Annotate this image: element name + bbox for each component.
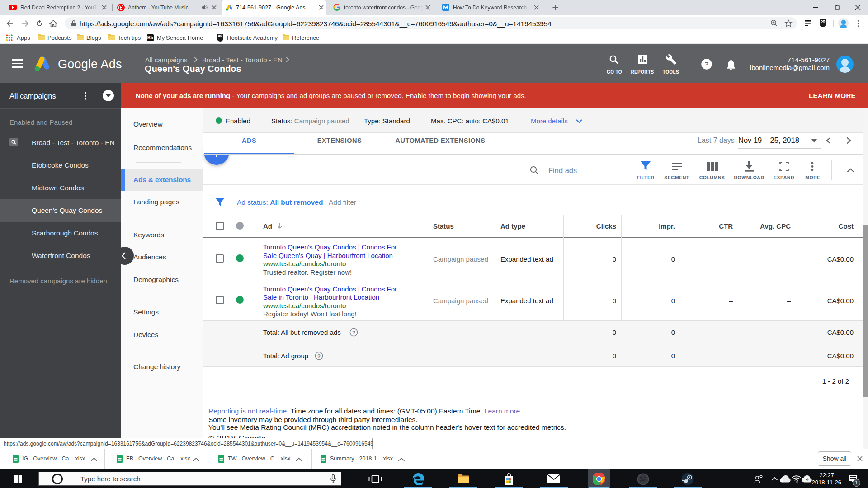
- svg-text:?: ?: [704, 60, 708, 68]
- svg-text:?: ?: [352, 330, 355, 335]
- svg-text:?: ?: [317, 353, 321, 359]
